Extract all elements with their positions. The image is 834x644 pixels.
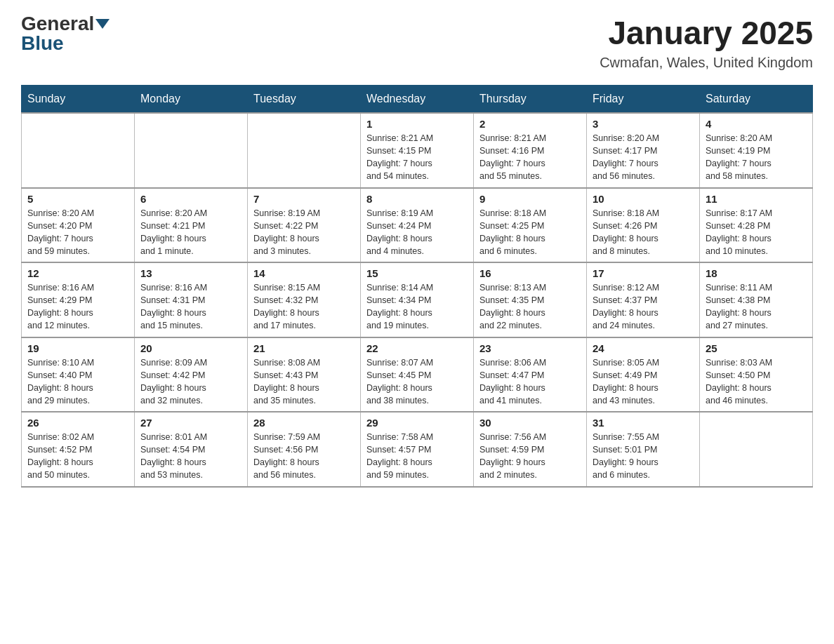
calendar-cell: 28Sunrise: 7:59 AMSunset: 4:56 PMDayligh…: [248, 412, 361, 487]
day-info: Sunrise: 8:20 AMSunset: 4:19 PMDaylight:…: [706, 132, 807, 183]
day-number: 18: [706, 267, 807, 279]
day-number: 23: [479, 342, 581, 354]
calendar-cell: 29Sunrise: 7:58 AMSunset: 4:57 PMDayligh…: [361, 412, 474, 487]
calendar-cell: 6Sunrise: 8:20 AMSunset: 4:21 PMDaylight…: [135, 188, 248, 263]
calendar-header-thursday: Thursday: [474, 86, 587, 114]
calendar-cell: 17Sunrise: 8:12 AMSunset: 4:37 PMDayligh…: [587, 262, 700, 337]
day-number: 19: [27, 342, 128, 354]
day-number: 10: [593, 193, 694, 205]
day-info: Sunrise: 8:18 AMSunset: 4:26 PMDaylight:…: [593, 207, 694, 258]
page-header: General Blue January 2025 Cwmafan, Wales…: [21, 14, 813, 71]
calendar-cell: 22Sunrise: 8:07 AMSunset: 4:45 PMDayligh…: [361, 337, 474, 412]
calendar-cell: [700, 412, 813, 487]
calendar-header-sunday: Sunday: [22, 86, 135, 114]
calendar-cell: 23Sunrise: 8:06 AMSunset: 4:47 PMDayligh…: [474, 337, 587, 412]
calendar-cell: 8Sunrise: 8:19 AMSunset: 4:24 PMDaylight…: [361, 188, 474, 263]
day-info: Sunrise: 8:16 AMSunset: 4:31 PMDaylight:…: [140, 281, 241, 333]
calendar-week-4: 19Sunrise: 8:10 AMSunset: 4:40 PMDayligh…: [22, 337, 813, 412]
day-number: 31: [593, 417, 694, 429]
day-number: 5: [27, 193, 128, 205]
day-info: Sunrise: 7:56 AMSunset: 4:59 PMDaylight:…: [479, 431, 581, 482]
day-info: Sunrise: 8:15 AMSunset: 4:32 PMDaylight:…: [253, 281, 355, 333]
calendar-header-row: SundayMondayTuesdayWednesdayThursdayFrid…: [22, 86, 813, 114]
calendar-header-saturday: Saturday: [700, 86, 813, 114]
calendar-cell: 5Sunrise: 8:20 AMSunset: 4:20 PMDaylight…: [22, 188, 135, 263]
calendar-cell: 16Sunrise: 8:13 AMSunset: 4:35 PMDayligh…: [474, 262, 587, 337]
day-info: Sunrise: 8:21 AMSunset: 4:15 PMDaylight:…: [366, 132, 468, 183]
day-info: Sunrise: 8:16 AMSunset: 4:29 PMDaylight:…: [27, 281, 128, 333]
calendar-cell: 14Sunrise: 8:15 AMSunset: 4:32 PMDayligh…: [248, 262, 361, 337]
day-info: Sunrise: 8:19 AMSunset: 4:22 PMDaylight:…: [253, 207, 355, 258]
calendar-cell: [135, 113, 248, 188]
day-number: 27: [140, 417, 241, 429]
day-info: Sunrise: 8:13 AMSunset: 4:35 PMDaylight:…: [479, 281, 581, 333]
calendar-cell: 13Sunrise: 8:16 AMSunset: 4:31 PMDayligh…: [135, 262, 248, 337]
day-info: Sunrise: 8:03 AMSunset: 4:50 PMDaylight:…: [706, 356, 807, 408]
day-number: 15: [366, 267, 468, 279]
calendar-cell: 1Sunrise: 8:21 AMSunset: 4:15 PMDaylight…: [361, 113, 474, 188]
day-info: Sunrise: 8:09 AMSunset: 4:42 PMDaylight:…: [140, 356, 241, 408]
day-info: Sunrise: 8:06 AMSunset: 4:47 PMDaylight:…: [479, 356, 581, 408]
day-info: Sunrise: 8:20 AMSunset: 4:21 PMDaylight:…: [140, 207, 241, 258]
calendar-cell: 3Sunrise: 8:20 AMSunset: 4:17 PMDaylight…: [587, 113, 700, 188]
calendar-cell: 4Sunrise: 8:20 AMSunset: 4:19 PMDaylight…: [700, 113, 813, 188]
calendar-cell: 31Sunrise: 7:55 AMSunset: 5:01 PMDayligh…: [587, 412, 700, 487]
day-info: Sunrise: 8:01 AMSunset: 4:54 PMDaylight:…: [140, 431, 241, 482]
calendar-cell: 20Sunrise: 8:09 AMSunset: 4:42 PMDayligh…: [135, 337, 248, 412]
day-number: 25: [706, 342, 807, 354]
day-number: 9: [479, 193, 581, 205]
day-number: 26: [27, 417, 128, 429]
day-info: Sunrise: 8:07 AMSunset: 4:45 PMDaylight:…: [366, 356, 468, 408]
day-number: 30: [479, 417, 581, 429]
day-info: Sunrise: 7:58 AMSunset: 4:57 PMDaylight:…: [366, 431, 468, 482]
day-number: 2: [479, 118, 581, 130]
day-info: Sunrise: 8:05 AMSunset: 4:49 PMDaylight:…: [593, 356, 694, 408]
calendar-cell: 19Sunrise: 8:10 AMSunset: 4:40 PMDayligh…: [22, 337, 135, 412]
calendar-cell: [22, 113, 135, 188]
day-number: 3: [593, 118, 694, 130]
day-number: 21: [253, 342, 355, 354]
day-number: 29: [366, 417, 468, 429]
calendar-cell: [248, 113, 361, 188]
calendar-header-friday: Friday: [587, 86, 700, 114]
calendar-cell: 25Sunrise: 8:03 AMSunset: 4:50 PMDayligh…: [700, 337, 813, 412]
day-number: 4: [706, 118, 807, 130]
day-info: Sunrise: 8:17 AMSunset: 4:28 PMDaylight:…: [706, 207, 807, 258]
page-title: January 2025: [600, 14, 813, 52]
calendar-cell: 18Sunrise: 8:11 AMSunset: 4:38 PMDayligh…: [700, 262, 813, 337]
calendar-week-1: 1Sunrise: 8:21 AMSunset: 4:15 PMDaylight…: [22, 113, 813, 188]
day-info: Sunrise: 8:19 AMSunset: 4:24 PMDaylight:…: [366, 207, 468, 258]
logo-blue-text: Blue: [21, 34, 64, 53]
calendar-cell: 30Sunrise: 7:56 AMSunset: 4:59 PMDayligh…: [474, 412, 587, 487]
calendar-week-5: 26Sunrise: 8:02 AMSunset: 4:52 PMDayligh…: [22, 412, 813, 487]
day-info: Sunrise: 8:21 AMSunset: 4:16 PMDaylight:…: [479, 132, 581, 183]
calendar-header-monday: Monday: [135, 86, 248, 114]
day-number: 24: [593, 342, 694, 354]
calendar-table: SundayMondayTuesdayWednesdayThursdayFrid…: [21, 85, 813, 488]
day-info: Sunrise: 8:11 AMSunset: 4:38 PMDaylight:…: [706, 281, 807, 333]
day-info: Sunrise: 7:59 AMSunset: 4:56 PMDaylight:…: [253, 431, 355, 482]
day-info: Sunrise: 7:55 AMSunset: 5:01 PMDaylight:…: [593, 431, 694, 482]
calendar-header-tuesday: Tuesday: [248, 86, 361, 114]
calendar-cell: 24Sunrise: 8:05 AMSunset: 4:49 PMDayligh…: [587, 337, 700, 412]
calendar-cell: 11Sunrise: 8:17 AMSunset: 4:28 PMDayligh…: [700, 188, 813, 263]
day-info: Sunrise: 8:18 AMSunset: 4:25 PMDaylight:…: [479, 207, 581, 258]
day-info: Sunrise: 8:20 AMSunset: 4:20 PMDaylight:…: [27, 207, 128, 258]
calendar-cell: 2Sunrise: 8:21 AMSunset: 4:16 PMDaylight…: [474, 113, 587, 188]
day-number: 28: [253, 417, 355, 429]
day-info: Sunrise: 8:12 AMSunset: 4:37 PMDaylight:…: [593, 281, 694, 333]
calendar-cell: 21Sunrise: 8:08 AMSunset: 4:43 PMDayligh…: [248, 337, 361, 412]
calendar-cell: 15Sunrise: 8:14 AMSunset: 4:34 PMDayligh…: [361, 262, 474, 337]
day-number: 1: [366, 118, 468, 130]
day-number: 20: [140, 342, 241, 354]
day-number: 13: [140, 267, 241, 279]
calendar-week-3: 12Sunrise: 8:16 AMSunset: 4:29 PMDayligh…: [22, 262, 813, 337]
day-number: 7: [253, 193, 355, 205]
calendar-cell: 26Sunrise: 8:02 AMSunset: 4:52 PMDayligh…: [22, 412, 135, 487]
day-number: 22: [366, 342, 468, 354]
calendar-cell: 27Sunrise: 8:01 AMSunset: 4:54 PMDayligh…: [135, 412, 248, 487]
day-info: Sunrise: 8:14 AMSunset: 4:34 PMDaylight:…: [366, 281, 468, 333]
calendar-cell: 9Sunrise: 8:18 AMSunset: 4:25 PMDaylight…: [474, 188, 587, 263]
day-info: Sunrise: 8:02 AMSunset: 4:52 PMDaylight:…: [27, 431, 128, 482]
day-info: Sunrise: 8:08 AMSunset: 4:43 PMDaylight:…: [253, 356, 355, 408]
